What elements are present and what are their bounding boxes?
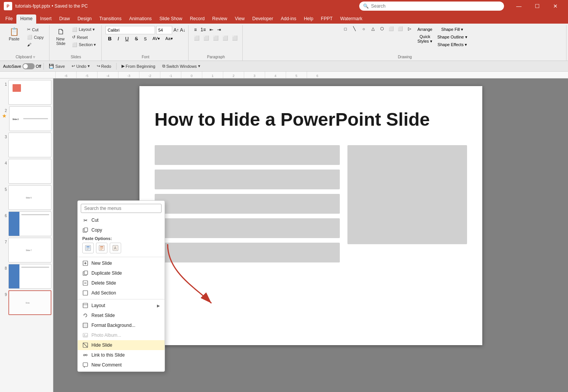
new-slide-button[interactable]: 🗋 NewSlide bbox=[53, 26, 69, 48]
paste-option-3[interactable]: A bbox=[110, 243, 121, 253]
slide-preview-2[interactable]: Slide 2 bbox=[9, 106, 51, 131]
tab-file[interactable]: File bbox=[2, 14, 16, 24]
slide-preview-3[interactable] bbox=[8, 133, 51, 157]
tab-watermark[interactable]: Watermark bbox=[336, 14, 366, 24]
slide-preview-6[interactable] bbox=[8, 211, 51, 236]
shape-3[interactable]: ○ bbox=[360, 26, 368, 32]
slide-preview-9[interactable]: Slide bbox=[8, 290, 51, 315]
save-qat-button[interactable]: 💾 Save bbox=[46, 62, 67, 70]
slide-thumb-4[interactable]: 4 bbox=[2, 159, 51, 184]
slide-thumb-8[interactable]: 8 bbox=[2, 264, 51, 289]
tab-animations[interactable]: Animations bbox=[125, 14, 155, 24]
tab-review[interactable]: Review bbox=[208, 14, 231, 24]
section-button[interactable]: ⬜ Section ▾ bbox=[70, 41, 99, 48]
tab-draw[interactable]: Draw bbox=[55, 14, 74, 24]
arrange-button[interactable]: Arrange bbox=[416, 26, 434, 33]
slide-thumb-5[interactable]: 5 Slide 5 bbox=[2, 185, 51, 210]
copy-button[interactable]: ⬜ Copy bbox=[25, 34, 46, 41]
ctx-reset-slide[interactable]: Reset Slide bbox=[78, 310, 165, 320]
minimize-button[interactable]: — bbox=[510, 0, 528, 12]
from-beginning-button[interactable]: ▶ From Beginning bbox=[119, 62, 158, 70]
font-size-selector[interactable]: 54 bbox=[156, 26, 172, 34]
autosave-track[interactable] bbox=[22, 63, 35, 69]
paste-option-1[interactable] bbox=[82, 243, 94, 253]
shape-8[interactable]: ▷ bbox=[405, 26, 414, 32]
shape-5[interactable]: ⬡ bbox=[378, 26, 386, 32]
shape-1[interactable]: □ bbox=[341, 26, 350, 32]
ctx-add-section[interactable]: Add Section bbox=[78, 288, 165, 298]
slide-preview-8[interactable] bbox=[8, 264, 51, 289]
slides-panel[interactable]: 1 2 ★ Slide 2 3 bbox=[0, 78, 53, 392]
shape-7[interactable]: ⬜ bbox=[396, 26, 405, 32]
ctx-delete-slide[interactable]: Delete Slide bbox=[78, 278, 165, 288]
shape-fill-button[interactable]: Shape Fill ▾ bbox=[436, 26, 469, 33]
cut-button[interactable]: ✂ Cut bbox=[25, 26, 46, 33]
slide-thumb-2[interactable]: 2 ★ Slide 2 bbox=[2, 106, 51, 131]
undo-button[interactable]: ↩ Undo ▾ bbox=[69, 62, 92, 70]
text-shadow-button[interactable]: S bbox=[142, 36, 149, 42]
bullets-button[interactable]: ≡ bbox=[192, 26, 198, 34]
slide-preview-7[interactable]: Slide 7 bbox=[8, 238, 51, 262]
tab-insert[interactable]: Insert bbox=[36, 14, 55, 24]
quick-styles-button[interactable]: QuickStyles ▾ bbox=[416, 33, 434, 45]
redo-button[interactable]: ↪ Redo bbox=[94, 62, 114, 70]
autosave-toggle[interactable]: AutoSave Off bbox=[3, 63, 41, 69]
ctx-duplicate-slide[interactable]: Duplicate Slide bbox=[78, 268, 165, 278]
align-left[interactable]: ⬜ bbox=[192, 34, 201, 42]
shape-2[interactable]: ╲ bbox=[350, 26, 359, 32]
slide-preview-4[interactable] bbox=[8, 159, 51, 184]
paste-option-2[interactable] bbox=[96, 243, 107, 253]
paste-button[interactable]: 📋 Paste bbox=[5, 26, 24, 43]
ctx-new-comment[interactable]: New Comment bbox=[78, 360, 165, 370]
tab-transitions[interactable]: Transitions bbox=[96, 14, 125, 24]
bold-button[interactable]: B bbox=[106, 35, 114, 42]
close-button[interactable]: ✕ bbox=[547, 0, 564, 12]
ctx-copy[interactable]: Copy bbox=[78, 225, 165, 235]
ctx-new-slide[interactable]: New Slide bbox=[78, 258, 165, 268]
font-size-decrease[interactable]: A↓ bbox=[180, 27, 185, 33]
align-center[interactable]: ⬜ bbox=[202, 34, 211, 42]
search-bar[interactable]: 🔍 bbox=[359, 2, 504, 11]
tab-fppt[interactable]: FPPT bbox=[317, 14, 336, 24]
font-family-selector[interactable]: Calibri bbox=[106, 26, 155, 34]
change-case-button[interactable]: Aa▾ bbox=[163, 35, 174, 42]
reset-button[interactable]: ↺ Reset bbox=[70, 34, 99, 41]
shape-effects-button[interactable]: Shape Effects ▾ bbox=[436, 41, 469, 48]
tab-record[interactable]: Record bbox=[186, 14, 208, 24]
shape-outline-button[interactable]: Shape Outline ▾ bbox=[436, 34, 469, 41]
format-painter-button[interactable]: 🖌 bbox=[25, 41, 46, 48]
ctx-cut[interactable]: ✂ Cut bbox=[78, 215, 165, 225]
increase-indent[interactable]: ⇥ bbox=[216, 26, 222, 34]
tab-addins[interactable]: Add-ins bbox=[277, 14, 300, 24]
tab-home[interactable]: Home bbox=[16, 14, 36, 24]
switch-windows-button[interactable]: ⧉ Switch Windows ▾ bbox=[160, 62, 203, 70]
tab-view[interactable]: View bbox=[231, 14, 248, 24]
slide-thumb-9[interactable]: 9 Slide bbox=[2, 290, 51, 315]
context-menu-search[interactable] bbox=[81, 204, 162, 213]
font-size-increase[interactable]: A↑ bbox=[173, 27, 179, 33]
strikethrough-button[interactable]: S̶ bbox=[133, 35, 140, 42]
tab-design[interactable]: Design bbox=[74, 14, 95, 24]
align-right[interactable]: ⬜ bbox=[211, 34, 220, 42]
ctx-format-background[interactable]: Format Background... bbox=[78, 320, 165, 330]
italic-button[interactable]: I bbox=[115, 35, 122, 42]
maximize-button[interactable]: ☐ bbox=[528, 0, 546, 12]
decrease-indent[interactable]: ⇤ bbox=[208, 26, 215, 34]
ctx-layout[interactable]: Layout ▶ bbox=[78, 301, 165, 310]
shape-4[interactable]: △ bbox=[369, 26, 377, 32]
ctx-hide-slide[interactable]: Hide Slide bbox=[78, 340, 165, 350]
clipboard-expand-icon[interactable]: ▿ bbox=[33, 55, 35, 59]
columns-button[interactable]: ⬜ bbox=[230, 34, 239, 42]
char-spacing-button[interactable]: AV▾ bbox=[150, 35, 162, 42]
shape-6[interactable]: ⬜ bbox=[387, 26, 395, 32]
layout-button[interactable]: ⬜ Layout ▾ bbox=[70, 26, 99, 33]
ctx-link-to-slide[interactable]: Link to this Slide bbox=[78, 350, 165, 360]
underline-button[interactable]: U bbox=[123, 35, 131, 42]
slide-preview-5[interactable]: Slide 5 bbox=[8, 185, 51, 210]
justify[interactable]: ⬜ bbox=[221, 34, 230, 42]
numbering-button[interactable]: 1≡ bbox=[199, 26, 207, 34]
slide-preview-1[interactable] bbox=[8, 80, 51, 105]
tab-slideshow[interactable]: Slide Show bbox=[155, 14, 186, 24]
slide-thumb-7[interactable]: 7 Slide 7 bbox=[2, 238, 51, 262]
slide-thumb-1[interactable]: 1 bbox=[2, 80, 51, 105]
